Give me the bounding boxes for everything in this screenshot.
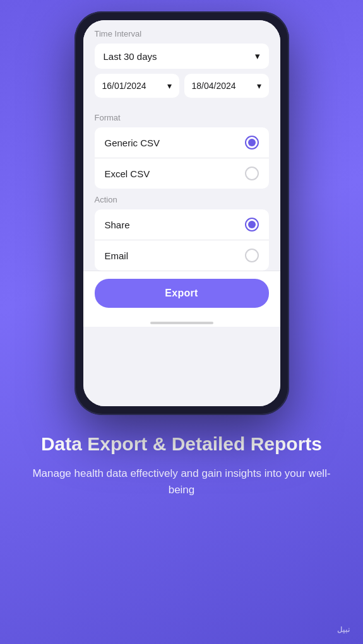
action-share-item[interactable]: Share <box>95 209 269 240</box>
action-share-label: Share <box>105 220 130 230</box>
time-interval-dropdown[interactable]: Last 30 days ▾ <box>95 44 269 69</box>
format-section: Format Generic CSV Excel CSV <box>83 107 280 189</box>
action-section: Action Share Email <box>83 189 280 271</box>
action-radio-group: Share Email <box>95 209 269 271</box>
format-excel-csv-item[interactable]: Excel CSV <box>95 158 269 189</box>
date-range-row: 16/01/2024 ▾ 18/04/2024 ▾ <box>95 74 269 98</box>
action-label: Action <box>95 195 269 204</box>
screen-content: Time Interval Last 30 days ▾ 16/01/2024 … <box>83 20 280 406</box>
marketing-title: Data Export & Detailed Reports <box>25 433 338 455</box>
start-date-chevron-icon: ▾ <box>167 81 172 91</box>
end-date-value: 18/04/2024 <box>192 81 236 91</box>
phone-screen: Time Interval Last 30 days ▾ 16/01/2024 … <box>83 20 280 406</box>
end-date-dropdown[interactable]: 18/04/2024 ▾ <box>184 74 269 98</box>
action-email-item[interactable]: Email <box>95 240 269 271</box>
format-radio-group: Generic CSV Excel CSV <box>95 127 269 189</box>
chevron-down-icon: ▾ <box>255 50 260 62</box>
time-interval-section: Time Interval Last 30 days ▾ 16/01/2024 … <box>83 20 280 107</box>
format-label: Format <box>95 113 269 122</box>
marketing-section: Data Export & Detailed Reports Manage he… <box>0 433 363 498</box>
marketing-subtitle: Manage health data effectively and gain … <box>25 465 338 498</box>
home-indicator <box>83 317 280 327</box>
phone-frame: Time Interval Last 30 days ▾ 16/01/2024 … <box>74 11 289 415</box>
watermark: نبيل <box>337 626 350 634</box>
bottom-bar: Export <box>83 271 280 317</box>
time-interval-value: Last 30 days <box>104 51 157 62</box>
format-generic-csv-label: Generic CSV <box>105 138 160 148</box>
action-email-label: Email <box>105 250 129 261</box>
action-email-radio[interactable] <box>245 249 259 262</box>
phone-mockup: Time Interval Last 30 days ▾ 16/01/2024 … <box>74 11 289 415</box>
start-date-dropdown[interactable]: 16/01/2024 ▾ <box>95 74 179 98</box>
home-bar <box>150 322 213 324</box>
format-excel-csv-label: Excel CSV <box>105 168 150 179</box>
action-share-radio[interactable] <box>245 218 259 231</box>
time-interval-label: Time Interval <box>95 29 269 38</box>
export-button[interactable]: Export <box>95 279 269 308</box>
start-date-value: 16/01/2024 <box>102 81 146 91</box>
format-generic-csv-radio[interactable] <box>245 136 259 149</box>
format-excel-csv-radio[interactable] <box>245 167 259 180</box>
format-generic-csv-item[interactable]: Generic CSV <box>95 127 269 158</box>
end-date-chevron-icon: ▾ <box>257 81 261 91</box>
